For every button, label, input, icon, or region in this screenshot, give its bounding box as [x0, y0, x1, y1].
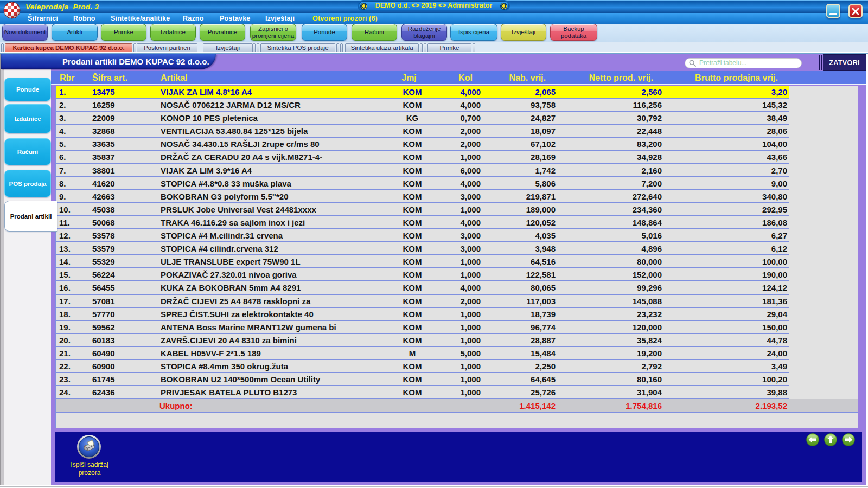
nav-up-button[interactable]: [824, 433, 837, 446]
cell: 12.: [59, 230, 92, 241]
panel-title-banner: Prodani artikli DEMO KUPAC 92 d.o.o.: [1, 54, 216, 69]
title-bar: Veleprodaja Prod. 3 DEMO d.d. <> 2019 <>…: [0, 0, 868, 13]
close-window-button[interactable]: ZATVORI: [823, 54, 866, 71]
menu-item-razno[interactable]: Razno: [183, 14, 204, 23]
document-tab-izvje-taji[interactable]: Izvještaji: [203, 43, 253, 52]
column-header-5[interactable]: Nab. vrij.: [481, 73, 546, 83]
document-tab-primke[interactable]: Primke: [427, 43, 471, 52]
cell: 16259: [92, 100, 146, 111]
toolbar-button-primke[interactable]: Primke: [101, 24, 146, 41]
table-row[interactable]: 13.53579STOPICA #4 cilindr.crvena 312KOM…: [56, 242, 789, 255]
table-row[interactable]: 1.13475VIJAK ZA LIM 4.8*16 A4KOM4,0002,0…: [56, 86, 789, 99]
table-row[interactable]: 5.33635NOSAČ 34.430.15 RAŠLJI 2rupe cr/m…: [56, 138, 789, 151]
menu-item-sintetike-analitike[interactable]: Sintetike/analitike: [111, 14, 170, 23]
cell: KOM: [387, 309, 437, 320]
toolbar-button-razdu-enje-blagajni[interactable]: Razduženjeblagajni: [401, 24, 447, 41]
toolbar-button-izvje-taji[interactable]: Izvještaji: [501, 24, 546, 41]
table-row[interactable]: 18.57770SPREJ ČIST.SUHI za elektrokontak…: [56, 308, 789, 321]
minimize-button[interactable]: [826, 4, 840, 18]
document-tab-sintetika-ulaza-artikala[interactable]: Sintetika ulaza artikala: [345, 43, 419, 52]
toolbar-button-backup-podataka[interactable]: Backuppodataka: [550, 24, 597, 41]
column-header-6[interactable]: Netto prod. vrij.: [569, 73, 653, 83]
toolbar-button-zapisnici-o-promjeni-cijena[interactable]: Zapisnici opromjeni cijena: [250, 24, 296, 41]
close-button[interactable]: [848, 4, 863, 18]
sidebar-item-pos-prodaja[interactable]: POS prodaja: [4, 170, 51, 197]
footer-bar: Ispiši sadržajprozora: [55, 432, 862, 482]
sidebar-item-ponude[interactable]: Ponude: [4, 78, 51, 101]
document-tab-poslovni-partneri[interactable]: Poslovni partneri: [137, 43, 197, 52]
print-button-label[interactable]: Ispiši sadržajprozora: [52, 461, 127, 477]
menu-item--ifrarnici[interactable]: Šifrarnici: [28, 14, 58, 23]
cell: 3,000: [436, 191, 481, 202]
column-header-7[interactable]: Brutto prodajna vrij.: [687, 73, 778, 83]
menu-item-izvje-taji[interactable]: Izvještaji: [265, 14, 295, 23]
cell: 116,256: [577, 100, 662, 111]
toolbar-button-izdatnice[interactable]: Izdatnice: [150, 24, 196, 41]
sidebar-item-prodani-artikli[interactable]: Prodani artikli: [4, 201, 57, 232]
table-row[interactable]: 23.61745BOKOBRAN U2 140*500mm Ocean Util…: [56, 373, 789, 386]
menu-item-robno[interactable]: Robno: [73, 14, 95, 23]
toolbar-button-novi-dokument[interactable]: Novi dokument: [2, 24, 48, 41]
table-row[interactable]: 24.62436PRIVJESAK BATELA PLUTO B1273KOM1…: [56, 386, 789, 399]
table-row[interactable]: 4.32868VENTILACIJA 53.480.84 125*125 bij…: [56, 125, 789, 138]
table-row[interactable]: 3.22009KONOP 10 PES pletenicaKG0,70024,8…: [56, 112, 789, 125]
sidebar-item-ra-uni[interactable]: Računi: [4, 138, 51, 165]
cell: 2.: [59, 100, 92, 111]
column-header-3[interactable]: Jmj: [382, 73, 436, 83]
cell: 292,95: [697, 204, 787, 215]
cell: 53579: [92, 243, 146, 254]
table-row[interactable]: 22.60900STOPICA #8.4mm 350 okrug.žutaKOM…: [56, 360, 789, 373]
menu-item-otvoreni-prozori-6-[interactable]: Otvoreni prozori (6): [312, 14, 378, 23]
cell: 96,774: [490, 322, 556, 333]
cell: 33635: [92, 139, 146, 150]
print-button[interactable]: [76, 434, 101, 459]
toolbar-button-ispis-cijena[interactable]: Ispis cijena: [450, 24, 497, 41]
cell: KOM: [387, 165, 437, 176]
cell: DRŽAČ CIJEVI 25 A4 8478 rasklopni za: [161, 296, 388, 307]
column-header-0[interactable]: Rbr: [60, 73, 92, 83]
menu-item-postavke[interactable]: Postavke: [220, 14, 251, 23]
table-row[interactable]: 6.35837DRŽAČ ZA CERADU 20 A4 s vijk.M827…: [56, 151, 789, 164]
table-row[interactable]: 14.55329ULJE TRANSLUBE expert 75W90 1LKO…: [56, 255, 789, 268]
table-row[interactable]: 21.60490KABEL H05VV-F 2*1.5 189M5,00015,…: [56, 347, 789, 360]
cell: 64,645: [490, 374, 556, 385]
column-header-1[interactable]: Šifra art.: [92, 73, 146, 83]
session-text: DEMO d.d. <> 2019 <> Administrator: [375, 2, 493, 9]
document-tab-sintetika-pos-prodaje[interactable]: Sintetika POS prodaje: [260, 43, 335, 52]
cell: 28,887: [490, 335, 556, 346]
toolbar-button-povratnice[interactable]: Povratnice: [200, 24, 245, 41]
nav-next-button[interactable]: [842, 433, 855, 446]
table-row[interactable]: 11.50068TRAKA 46.116.29 sa sajlom inox i…: [56, 216, 789, 229]
toolbar-button-ponude[interactable]: Ponude: [302, 24, 347, 41]
session-right-icon[interactable]: [500, 3, 507, 10]
cell: 43,66: [697, 152, 787, 163]
table-row[interactable]: 8.41620STOPICA #4.8*0.8 33 muška plavaKO…: [56, 177, 789, 190]
table-row[interactable]: 16.56455KUKA ZA BOKOBRAN 5mm A4 8291KOM4…: [56, 281, 789, 294]
cell: 22.: [59, 361, 92, 372]
table-row[interactable]: 12.53578STOPICA #4 M.cilindr.31 crvenaKO…: [56, 229, 789, 242]
sidebar-item-izdatnice[interactable]: Izdatnice: [4, 104, 51, 133]
toolbar-button-artikli[interactable]: Artikli: [52, 24, 98, 41]
search-input[interactable]: Pretraži tabelu...: [685, 58, 802, 68]
table-row[interactable]: 17.57081DRŽAČ CIJEVI 25 A4 8478 rasklopn…: [56, 295, 789, 308]
cell: KOM: [387, 100, 437, 111]
toolbar-button-ra-uni[interactable]: Računi: [352, 24, 397, 41]
table-row[interactable]: 7.38801VIJAK ZA LIM 3.9*16 A4KOM6,0001,7…: [56, 164, 789, 177]
cell: 1,000: [436, 309, 481, 320]
table-row[interactable]: 15.56224POKAZIVAČ 27.320.01 nivoa goriva…: [56, 268, 789, 281]
total-netto: 1.754,816: [577, 401, 662, 412]
application-window: Veleprodaja Prod. 3 DEMO d.d. <> 2019 <>…: [0, 0, 868, 488]
session-left-icon[interactable]: [360, 3, 367, 10]
cell: 55329: [92, 256, 146, 267]
cell: KOM: [387, 335, 437, 346]
table-row[interactable]: 2.16259NOSAČ 0706212 JARMA D12 MS/CRKOM4…: [56, 99, 789, 112]
column-header-2[interactable]: Artikal: [161, 73, 388, 83]
table-row[interactable]: 20.60183ZAVRŠ.CIJEVI 20 A4 8310 za bimin…: [56, 334, 789, 347]
table-row[interactable]: 9.42663BOKOBRAN G3 polyform 5.5"*20KOM3,…: [56, 190, 789, 203]
document-tab-kartica-kupca-demo-kupac-92-d-o-o-[interactable]: Kartica kupca DEMO KUPAC 92 d.o.o.: [5, 43, 132, 52]
nav-previous-button[interactable]: [806, 433, 819, 446]
cell: 104,00: [697, 139, 787, 150]
table-row[interactable]: 19.59562ANTENA Boss Marine MRANT12W gume…: [56, 321, 789, 334]
cell: PRSLUK Jobe Universal Vest 24481xxxx: [161, 204, 388, 215]
table-row[interactable]: 10.45038PRSLUK Jobe Universal Vest 24481…: [56, 203, 789, 216]
